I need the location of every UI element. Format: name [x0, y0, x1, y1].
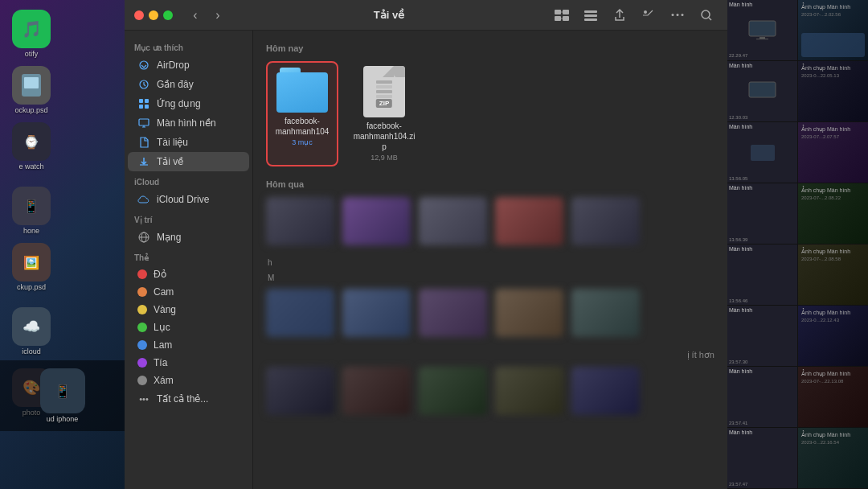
blurred-item-15[interactable] [571, 367, 640, 415]
svg-point-12 [682, 14, 684, 16]
desktop-app-spotify[interactable]: 🎵 otify [3, 6, 59, 61]
desktop-app-phone[interactable]: 📱 hone [3, 183, 59, 238]
blurred-item-13[interactable] [419, 367, 487, 415]
finder-body: Mục ưa thích AirDrop Gần đây [125, 31, 727, 489]
sidebar-item-tag-yellow[interactable]: Vàng [128, 301, 249, 318]
right-thumb-screenshot-6[interactable]: Ảnh chụp Màn hình 2023-0...22.12.43 [797, 306, 868, 366]
right-label-5b: 13.56.46 [729, 298, 747, 303]
right-label-6b: 23.57.30 [729, 360, 747, 364]
right-label-4b: 13.56.39 [729, 237, 747, 242]
desktop-app-icloud[interactable]: ☁️ icloud [3, 304, 59, 359]
right-thumb-screen-4[interactable]: Màn hình 13.56.39 [727, 183, 797, 244]
blurred-item-11[interactable] [266, 367, 334, 415]
sidebar-item-tag-gray[interactable]: Xám [128, 372, 249, 389]
blurred-item-3[interactable] [419, 197, 487, 245]
sidebar-item-tag-purple[interactable]: Tía [128, 354, 249, 372]
svg-rect-4 [555, 16, 561, 21]
right-thumb-screenshot-2[interactable]: Ảnh chụp Màn hình 2023-0...22.05.13 [797, 61, 868, 121]
right-label-7b: 23.57.41 [729, 421, 747, 425]
search-button[interactable] [695, 6, 718, 25]
desktop-app-iphone[interactable]: 📱 ud iphone [5, 365, 120, 426]
desktop-app-mockup[interactable]: ockup.psd [3, 63, 59, 117]
svg-rect-8 [584, 18, 597, 21]
blurred-item-2[interactable] [342, 197, 411, 245]
blurred-item-14[interactable] [495, 367, 563, 415]
sidebar-item-tag-green[interactable]: Lục [128, 318, 249, 336]
sidebar-item-all-tags[interactable]: ••• Tất cả thẻ... [128, 389, 249, 409]
sidebar-item-documents[interactable]: Tài liệu [128, 133, 249, 152]
right-screenshot-label-3b: 2023-07...2.07.57 [801, 134, 865, 140]
right-thumb-screen-2[interactable]: Màn hình 12.30.03 [727, 61, 797, 121]
close-button[interactable] [134, 10, 144, 20]
blurred-item-7[interactable] [342, 289, 411, 337]
right-thumb-screenshot-7[interactable]: Ảnh chụp Màn hình 2023-07-...22.13.08 [797, 367, 868, 427]
svg-rect-1 [24, 77, 39, 88]
file-item-zip[interactable]: ZIP facebook-manhmanh104.zip 12,9 MB [348, 61, 420, 166]
view-toggle-1[interactable] [551, 6, 573, 25]
blurred-item-12[interactable] [342, 367, 411, 415]
right-screenshot-label-8a: Ảnh chụp Màn hình [801, 431, 865, 439]
right-label-1a: Màn hình [729, 2, 752, 59]
minimize-button[interactable] [149, 10, 158, 20]
right-panel-row-8: Màn hình 23.57.47 Ảnh chụp Màn hình 2023… [727, 428, 868, 489]
sidebar-label-documents: Tài liệu [157, 137, 188, 148]
right-thumb-screen-6[interactable]: Màn hình 23.57.30 [727, 306, 797, 366]
svg-rect-16 [139, 99, 143, 103]
network-icon [137, 231, 150, 244]
right-thumb-screen-3[interactable]: Màn hình 13.56.05 [727, 122, 797, 183]
blurred-item-6[interactable] [266, 289, 334, 337]
right-panel-row-7: Màn hình 23.57.41 Ảnh chụp Màn hình 2023… [727, 367, 868, 428]
sidebar-item-tag-orange[interactable]: Cam [128, 283, 249, 301]
right-thumb-screen-7[interactable]: Màn hình 23.57.41 [727, 367, 797, 427]
right-screenshot-label-1b: 2023-07-...2.02.56 [801, 11, 865, 18]
right-thumb-screenshot-8[interactable]: Ảnh chụp Màn hình 2023-0...22.16.54 [797, 428, 868, 488]
svg-point-13 [702, 10, 710, 18]
right-thumb-screenshot-3[interactable]: Ảnh chụp Màn hình 2023-07...2.07.57 [797, 122, 868, 183]
desktop-app-mockup2[interactable]: 🖼️ ckup.psd [3, 240, 59, 294]
svg-rect-19 [145, 105, 149, 109]
sidebar-item-airdrop[interactable]: AirDrop [128, 55, 249, 75]
fullscreen-button[interactable] [163, 10, 173, 20]
tag-button[interactable] [637, 6, 660, 25]
sidebar-item-recent[interactable]: Gần đây [128, 75, 249, 94]
desktop-app-icons: 🎵 otify ockup.psd ⌚ e watch 📱 hone 🖼️ ck… [0, 0, 125, 431]
sidebar-item-downloads[interactable]: Tải về [128, 152, 249, 171]
right-thumb-screenshot-1[interactable]: Ảnh chụp Màn hình 2023-07-...2.02.56 [797, 0, 868, 60]
back-button[interactable]: ‹ [186, 6, 205, 25]
folder-icon [276, 68, 328, 113]
blurred-item-9[interactable] [495, 289, 563, 337]
right-panel-row-2: Màn hình 12.30.03 Ảnh chụp Màn hình 2023… [727, 61, 868, 122]
desktop-app-watch[interactable]: ⌚ e watch [3, 119, 59, 174]
right-screenshot-label-7b: 2023-07-...22.13.08 [801, 378, 865, 384]
more-button[interactable] [666, 6, 689, 25]
sidebar-item-network[interactable]: Mạng [128, 228, 249, 247]
right-thumb-screenshot-4[interactable]: Ảnh chụp Màn hình 2023-07-...2.08.22 [797, 183, 868, 244]
sidebar-item-tag-blue[interactable]: Lam [128, 336, 249, 354]
sidebar-item-icloud-drive[interactable]: iCloud Drive [128, 190, 249, 209]
right-label-2a: Màn hình [729, 63, 752, 68]
sidebar-label-tag-yellow: Vàng [154, 304, 176, 315]
sidebar-item-tag-red[interactable]: Đỏ [128, 265, 249, 283]
right-thumb-screenshot-5[interactable]: Ảnh chụp Màn hình 2023-07-...2.08.58 [797, 244, 868, 305]
blurred-item-10[interactable] [571, 289, 640, 337]
sidebar-item-apps[interactable]: Ứng dụng [128, 94, 249, 113]
blurred-item-4[interactable] [495, 197, 563, 245]
right-thumb-screen-5[interactable]: Màn hình 13.56.46 [727, 244, 797, 305]
view-toggle-2[interactable] [579, 6, 602, 25]
all-tags-icon: ••• [137, 392, 150, 405]
show-less-button[interactable]: ị ít hơn [266, 350, 714, 360]
apps-icon [137, 97, 150, 110]
share-button[interactable] [608, 6, 631, 25]
toolbar-right [551, 6, 718, 25]
blurred-item-8[interactable] [419, 289, 487, 337]
forward-button[interactable]: › [208, 6, 227, 25]
app-label-mockup2: ckup.psd [17, 283, 46, 291]
right-thumb-screen-1[interactable]: Màn hình 22.29.47 [727, 0, 797, 60]
right-thumb-screen-8[interactable]: Màn hình 23.57.47 [727, 428, 797, 488]
file-item-folder[interactable]: facebook-manhmanh104 3 mục [266, 61, 338, 166]
blurred-item-5[interactable] [571, 197, 640, 245]
right-label-7a: Màn hình [729, 368, 752, 374]
sidebar-item-desktop[interactable]: Màn hình nền [128, 113, 249, 133]
blurred-item-1[interactable] [266, 197, 334, 245]
right-label-5a: Màn hình [729, 246, 752, 252]
